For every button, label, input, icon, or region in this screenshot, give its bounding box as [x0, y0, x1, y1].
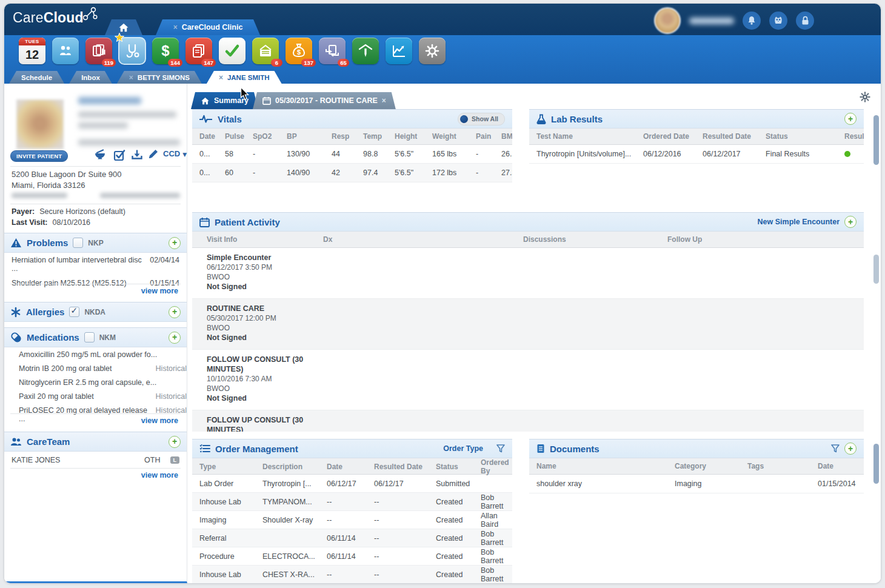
medication-row[interactable]: Nitroglycerin ER 2.5 mg oral capsule, e.… — [19, 378, 187, 387]
add-encounter-button[interactable] — [844, 216, 857, 228]
divider — [10, 284, 181, 284]
lock-button[interactable] — [796, 12, 814, 30]
billing-icon[interactable]: $ 144 — [152, 38, 179, 64]
invite-patient-button[interactable]: INVITE PATIENT — [10, 150, 68, 162]
documents-rows: shoulder xrayImaging01/15/2014 — [529, 475, 864, 493]
order-type-filter-label[interactable]: Order Type — [443, 444, 483, 453]
add-allergy-button[interactable] — [169, 306, 181, 318]
close-icon[interactable] — [219, 74, 223, 81]
home-icon — [118, 23, 129, 32]
activity-row[interactable]: FOLLOW UP CONSULT (30 MINUTES) 08/23/201… — [192, 410, 864, 432]
documents-scrollbar-thumb[interactable] — [873, 444, 879, 484]
nkda-checkbox[interactable] — [69, 307, 79, 317]
order-row[interactable]: Inhouse LabTYMPANOM...-- --CreatedBob Ba… — [192, 493, 512, 511]
order-row[interactable]: Referral06/11/14 --CreatedBob Barrett — [192, 529, 512, 547]
redacted-username — [689, 18, 734, 24]
pencil-icon — [147, 149, 158, 160]
support-button[interactable] — [769, 12, 787, 30]
patient-sidebar: INVITE PATIENT — [4, 84, 187, 583]
medication-row[interactable]: Amoxicillin 250 mg/5 mL oral powder fo..… — [19, 350, 187, 359]
patients-icon[interactable] — [52, 38, 79, 64]
claims-icon[interactable]: 147 — [185, 38, 212, 64]
add-lab-result-button[interactable] — [844, 113, 857, 125]
close-icon[interactable] — [173, 24, 178, 31]
problems-view-more-link[interactable]: view more — [141, 287, 178, 295]
messages-icon[interactable]: 6 — [252, 38, 279, 64]
clinic-tab[interactable]: CareCloud Clinic — [156, 19, 260, 35]
activity-scrollbar-thumb[interactable] — [873, 255, 879, 284]
filter-funnel-icon[interactable] — [496, 444, 505, 453]
dollar-icon: $ — [158, 42, 173, 59]
nkm-checkbox[interactable] — [84, 332, 95, 342]
tab-summary[interactable]: Summary — [191, 92, 258, 109]
signature-icon[interactable] — [352, 38, 379, 64]
divider — [10, 413, 181, 414]
add-medication-button[interactable] — [169, 332, 181, 344]
tab-schedule[interactable]: Schedule — [9, 71, 64, 84]
problem-row[interactable]: Herniation of lumbar intervertebral disc… — [12, 256, 179, 273]
order-row[interactable]: Lab OrderThyrotropin [...06/12/17 06/12/… — [192, 475, 512, 493]
add-careteam-button[interactable] — [169, 436, 181, 448]
vitals-row[interactable]: 0...60- 140/904297.4 5'6.5"172 lbs- 27.3 — [192, 164, 512, 182]
nkp-checkbox[interactable] — [73, 238, 83, 248]
add-problem-button[interactable] — [169, 237, 181, 249]
redacted-detail — [78, 122, 128, 129]
lab-column-headers: Test NameOrdered Date Resulted DateStatu… — [529, 129, 864, 145]
ccd-dropdown[interactable]: CCD — [163, 149, 187, 158]
collections-icon[interactable]: $ 137 — [286, 38, 312, 64]
svg-text:$: $ — [161, 42, 170, 59]
forms-button[interactable] — [113, 149, 125, 161]
vitals-row[interactable]: 0...58- 130/904498.8 5'6.5"165 lbs- 26.2 — [192, 145, 512, 164]
download-button[interactable] — [132, 149, 142, 160]
careteam-view-more-link[interactable]: view more — [141, 471, 178, 479]
line-chart-icon — [391, 43, 407, 59]
tab-inbox[interactable]: Inbox — [69, 71, 112, 84]
charts-icon[interactable]: 119 — [85, 38, 112, 64]
notifications-button[interactable] — [743, 12, 761, 30]
medication-row[interactable]: Paxil 20 mg oral tabletHistorical — [19, 392, 187, 401]
show-all-toggle[interactable]: Show All — [458, 113, 505, 125]
order-row[interactable]: ImagingShoulder X-ray-- --CreatedAllan B… — [192, 511, 512, 529]
avatar[interactable] — [654, 7, 681, 34]
carecloud-logo: CareCloud — [13, 10, 84, 26]
activity-row[interactable]: Simple Encounter 06/12/2017 3:50 PM BWOO… — [192, 248, 864, 299]
order-row[interactable]: ProcedureELECTROCA...06/11/14 --CreatedB… — [192, 547, 512, 566]
tab-encounter-routine-care[interactable]: 05/30/2017 - ROUTINE CARE — [253, 92, 396, 109]
document-row[interactable]: shoulder xrayImaging01/15/2014 — [529, 475, 864, 493]
documents-panel: Documents NameCategory TagsDate shoulder — [529, 439, 864, 583]
edit-button[interactable] — [147, 149, 158, 160]
clinic-tab-label: CareCloud Clinic — [182, 23, 243, 32]
medication-row[interactable]: Motrin IB 200 mg oral tabletHistorical — [19, 364, 187, 373]
page-settings-gear-icon[interactable] — [859, 91, 871, 103]
add-document-button[interactable] — [844, 443, 857, 455]
filter-funnel-icon[interactable] — [831, 444, 840, 453]
settings-icon[interactable] — [419, 38, 446, 64]
pharmacy-button[interactable] — [94, 149, 106, 160]
careteam-row[interactable]: KATIE JONES OTH L — [12, 456, 179, 464]
lab-scrollbar-thumb[interactable] — [873, 115, 879, 165]
close-icon[interactable] — [382, 97, 386, 104]
lab-result-row[interactable]: Thyrotropin [Units/volume]... 06/12/2016… — [529, 145, 864, 164]
allergies-header: Allergies NKDA — [4, 302, 187, 322]
new-simple-encounter-link[interactable]: New Simple Encounter — [758, 218, 840, 226]
order-row[interactable]: Inhouse LabCHEST X-RA...-- --CreatedBob … — [192, 566, 512, 583]
calendar-icon — [262, 96, 271, 105]
analytics-icon[interactable] — [386, 38, 412, 64]
activity-row[interactable]: ROUTINE CARE 05/30/2017 12:00 PM BWOO No… — [192, 299, 864, 350]
patient-photo — [16, 99, 64, 149]
tab-patient-jane-smith[interactable]: JANE SMITH — [207, 71, 282, 84]
tasks-icon[interactable] — [219, 38, 245, 64]
medications-view-more-link[interactable]: view more — [141, 416, 178, 425]
problem-row[interactable]: Shoulder pain M25.512 (M25.512)01/15/14 — [12, 279, 179, 287]
schedule-calendar-icon[interactable]: TUES 12 — [19, 38, 45, 64]
fax-icon[interactable]: 65 — [319, 38, 346, 64]
clinical-icon[interactable] — [119, 38, 145, 64]
tab-patient-betty-simons[interactable]: BETTY SIMONS — [117, 71, 202, 84]
home-icon — [201, 97, 210, 105]
patient-summary-main: Summary 05/30/2017 - ROUTINE CARE — [187, 84, 881, 583]
activity-row[interactable]: FOLLOW UP CONSULT (30 MINUTES) 10/10/201… — [192, 350, 864, 410]
close-icon[interactable] — [129, 74, 133, 81]
activity-rows: Simple Encounter 06/12/2017 3:50 PM BWOO… — [192, 248, 864, 432]
mortar-pestle-icon — [94, 149, 106, 160]
download-icon — [132, 149, 142, 160]
